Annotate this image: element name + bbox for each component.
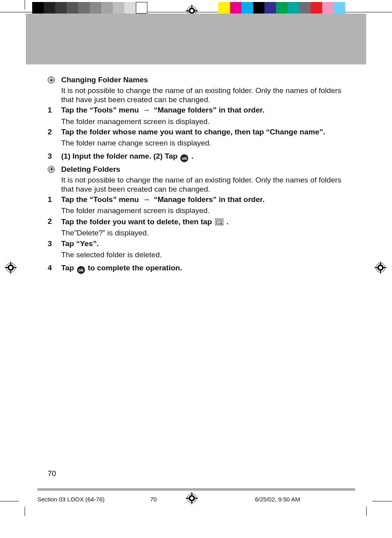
step-result: The folder management screen is displaye… bbox=[61, 206, 350, 215]
step-instruction: Tap the folder you want to delete, then … bbox=[61, 217, 350, 226]
print-crop-marks-bottom bbox=[25, 507, 25, 516]
step-number: 4 bbox=[48, 264, 61, 273]
arrow-icon: → bbox=[141, 106, 152, 114]
step-result: The folder management screen is displaye… bbox=[61, 117, 350, 126]
delete-icon bbox=[215, 218, 224, 225]
page-header-band bbox=[26, 14, 366, 64]
registration-mark-bottom bbox=[186, 492, 198, 504]
step-number: 2 bbox=[48, 217, 61, 226]
print-crop-marks-bottom bbox=[366, 507, 367, 516]
grayscale-swatches bbox=[32, 2, 147, 14]
section-bullet-icon bbox=[48, 76, 55, 84]
ok-icon: ok bbox=[180, 154, 188, 162]
footer-rule bbox=[37, 490, 355, 490]
step-number: 2 bbox=[48, 128, 61, 136]
step-result: The”Delete?” is displayed. bbox=[61, 229, 350, 237]
color-swatches bbox=[218, 2, 345, 14]
step-result: The folder name change screen is display… bbox=[61, 139, 350, 148]
footer-rule bbox=[37, 489, 355, 489]
footer-section: Section 03 LOOX (64-76) bbox=[37, 496, 104, 503]
footer-date: 6/25/02, 9:50 AM bbox=[255, 496, 300, 503]
step-instruction: Tap ok to complete the operation. bbox=[61, 264, 350, 273]
registration-mark-right bbox=[375, 262, 386, 274]
section-intro: It is not possible to change the name of… bbox=[61, 86, 350, 104]
print-crop-marks-bottom bbox=[0, 501, 19, 501]
step-result: The selected folder is deleted. bbox=[61, 251, 350, 259]
section-intro: It is not possible to change the name of… bbox=[61, 176, 350, 194]
step-number: 1 bbox=[48, 195, 61, 204]
section-title: Deleting Folders bbox=[61, 165, 350, 174]
step-instruction: Tap “Yes”. bbox=[61, 239, 350, 248]
arrow-icon: → bbox=[141, 195, 152, 204]
step-number: 3 bbox=[48, 152, 61, 161]
step-instruction: Tap the “Tools” menu → “Manage folders” … bbox=[61, 106, 350, 115]
section-bullet-icon bbox=[48, 166, 55, 173]
step-instruction: Tap the folder whose name you want to ch… bbox=[61, 128, 350, 136]
footer-page: 70 bbox=[150, 496, 157, 503]
page-number: 70 bbox=[48, 469, 56, 478]
step-number: 3 bbox=[48, 239, 61, 248]
ok-icon: ok bbox=[77, 266, 85, 274]
step-instruction: (1) Input the folder name. (2) Tap ok . bbox=[61, 152, 350, 161]
registration-mark-left bbox=[5, 262, 17, 274]
document-content: Changing Folder Names It is not possible… bbox=[48, 76, 350, 274]
step-instruction: Tap the “Tools” menu → “Manage folders” … bbox=[61, 195, 350, 204]
step-number: 1 bbox=[48, 106, 61, 115]
section-title: Changing Folder Names bbox=[61, 76, 350, 85]
print-crop-marks-bottom bbox=[373, 501, 392, 501]
